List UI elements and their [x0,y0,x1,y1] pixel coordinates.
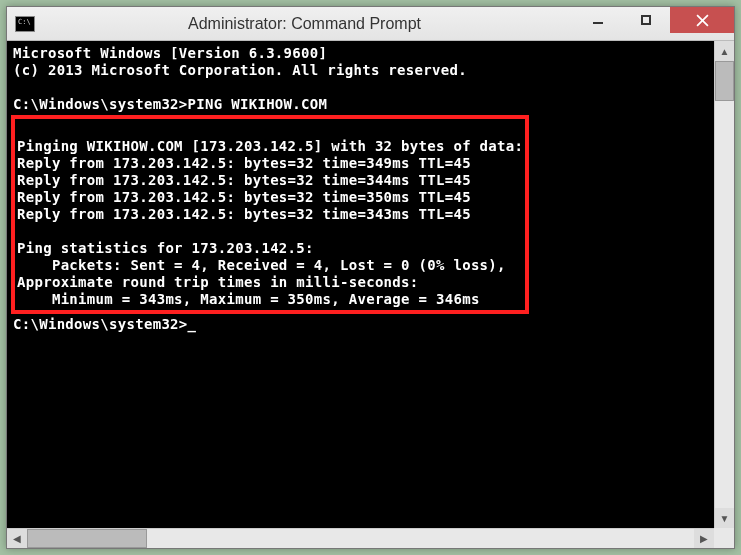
prompt-line: C:\Windows\system32> [13,316,196,332]
titlebar[interactable]: Administrator: Command Prompt [7,7,734,41]
copyright-line: (c) 2013 Microsoft Corporation. All righ… [13,62,467,78]
command-prompt-window: Administrator: Command Prompt Microsoft … [6,6,735,549]
cursor [188,316,197,332]
scroll-right-arrow-icon[interactable]: ▶ [694,529,714,548]
minimize-button[interactable] [574,7,622,33]
highlight-box: Pinging WIKIHOW.COM [173.203.142.5] with… [11,115,529,314]
ping-reply-line: Reply from 173.203.142.5: bytes=32 time=… [17,155,471,171]
maximize-button[interactable] [622,7,670,33]
close-icon [696,14,709,27]
window-title: Administrator: Command Prompt [35,15,574,33]
vscroll-track[interactable] [715,101,734,508]
ping-reply-line: Reply from 173.203.142.5: bytes=32 time=… [17,172,471,188]
close-button[interactable] [670,7,734,33]
stats-packets-line: Packets: Sent = 4, Received = 4, Lost = … [17,257,506,273]
rtt-header-line: Approximate round trip times in milli-se… [17,274,419,290]
ping-reply-line: Reply from 173.203.142.5: bytes=32 time=… [17,206,471,222]
vertical-scrollbar[interactable]: ▲ ▼ [714,41,734,528]
horizontal-scrollbar[interactable]: ◀ ▶ [7,528,714,548]
console-output[interactable]: Microsoft Windows [Version 6.3.9600] (c)… [7,41,714,528]
console-area: Microsoft Windows [Version 6.3.9600] (c)… [7,41,734,528]
prompt-line: C:\Windows\system32>PING WIKIHOW.COM [13,96,327,112]
vscroll-thumb[interactable] [715,61,734,101]
hscroll-thumb[interactable] [27,529,147,548]
scroll-up-arrow-icon[interactable]: ▲ [715,41,734,61]
hscroll-track[interactable] [147,529,694,548]
scroll-down-arrow-icon[interactable]: ▼ [715,508,734,528]
ping-reply-line: Reply from 173.203.142.5: bytes=32 time=… [17,189,471,205]
cmd-icon [15,16,35,32]
rtt-values-line: Minimum = 343ms, Maximum = 350ms, Averag… [17,291,480,307]
ping-header-line: Pinging WIKIHOW.COM [173.203.142.5] with… [17,138,523,154]
window-controls [574,7,734,40]
scroll-corner [714,528,734,548]
stats-header-line: Ping statistics for 173.203.142.5: [17,240,314,256]
scroll-left-arrow-icon[interactable]: ◀ [7,529,27,548]
bottom-scroll-row: ◀ ▶ [7,528,734,548]
version-line: Microsoft Windows [Version 6.3.9600] [13,45,327,61]
